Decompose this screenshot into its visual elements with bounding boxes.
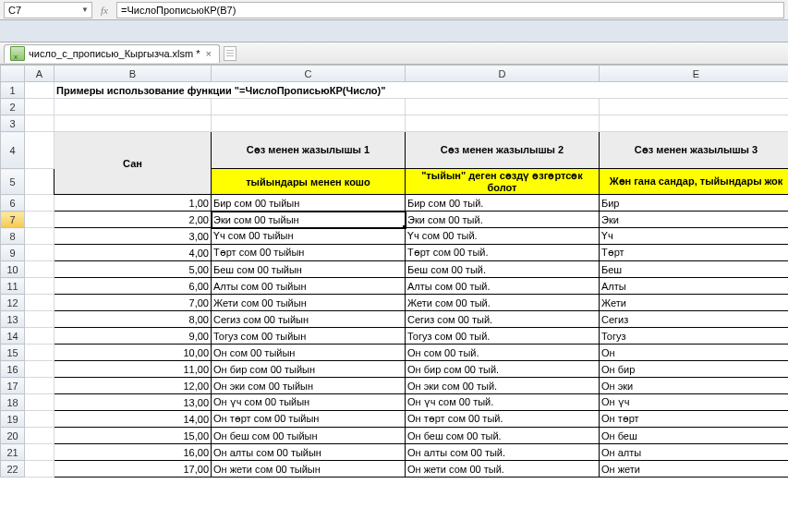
cell[interactable] — [25, 345, 55, 361]
cell-text[interactable]: Алты сом 00 тый. — [406, 278, 600, 295]
row-header[interactable]: 18 — [1, 394, 25, 411]
cell-text[interactable]: Тогуз сом 00 тыйын — [212, 328, 406, 345]
cell[interactable] — [25, 328, 55, 345]
cell[interactable] — [55, 99, 212, 115]
cell[interactable] — [406, 115, 600, 132]
formula-input[interactable]: =ЧислоПрописьюКР(B7) — [116, 2, 784, 18]
cell-text[interactable]: Он сом 00 тыйын — [212, 345, 406, 361]
cell-text[interactable]: Он беш — [600, 428, 789, 444]
cell-text[interactable]: Жети сом 00 тый. — [406, 295, 600, 311]
cell-text[interactable]: Үч — [600, 228, 789, 245]
cell[interactable] — [25, 295, 55, 311]
cell-text[interactable]: Он — [600, 345, 789, 361]
cell[interactable] — [25, 311, 55, 328]
cell-text[interactable]: Он үч — [600, 394, 789, 411]
cell-number[interactable]: 2,00 — [55, 212, 212, 228]
cell-text[interactable]: Бир сом 00 тыйын — [212, 195, 406, 212]
cell-text[interactable]: Үч сом 00 тыйын — [212, 228, 406, 245]
cell-number[interactable]: 3,00 — [55, 228, 212, 245]
cell-number[interactable]: 12,00 — [55, 378, 212, 394]
cell[interactable] — [25, 115, 55, 132]
row-header[interactable]: 15 — [1, 345, 25, 361]
cell-text[interactable]: Он үч сом 00 тый. — [406, 394, 600, 411]
cell[interactable] — [600, 115, 789, 132]
cell-number[interactable]: 13,00 — [55, 394, 212, 411]
cell[interactable] — [212, 115, 406, 132]
cell-text[interactable]: Эки сом 00 тыйын — [212, 212, 406, 228]
cell-text[interactable]: Бир сом 00 тый. — [406, 195, 600, 212]
row-header[interactable]: 14 — [1, 328, 25, 345]
cell-text[interactable]: Тогуз сом 00 тый. — [406, 328, 600, 345]
cell-text[interactable]: Беш сом 00 тый. — [406, 261, 600, 278]
cell[interactable] — [25, 212, 55, 228]
cell[interactable] — [25, 245, 55, 261]
cell[interactable] — [25, 361, 55, 378]
row-header[interactable]: 4 — [1, 132, 25, 169]
row-header[interactable]: 20 — [1, 428, 25, 444]
cell-text[interactable]: Он алты сом 00 тый. — [406, 444, 600, 461]
cell[interactable] — [212, 99, 406, 115]
row-header[interactable]: 13 — [1, 311, 25, 328]
cell-text[interactable]: Он жети — [600, 461, 789, 478]
cell-text[interactable]: Он төрт — [600, 411, 789, 428]
col-header-D[interactable]: D — [406, 66, 600, 82]
cell[interactable] — [600, 99, 789, 115]
cell-text[interactable]: Он бир сом 00 тыйын — [212, 361, 406, 378]
table-header-san[interactable]: Сан — [55, 132, 212, 195]
cell-number[interactable]: 8,00 — [55, 311, 212, 328]
cell-number[interactable]: 14,00 — [55, 411, 212, 428]
cell[interactable] — [25, 461, 55, 478]
row-header[interactable]: 3 — [1, 115, 25, 132]
cell-text[interactable]: Тогуз — [600, 328, 789, 345]
cell-text[interactable]: Бир — [600, 195, 789, 212]
cell-number[interactable]: 5,00 — [55, 261, 212, 278]
cell-number[interactable]: 7,00 — [55, 295, 212, 311]
row-header[interactable]: 16 — [1, 361, 25, 378]
cell-text[interactable]: Төрт — [600, 245, 789, 261]
cell[interactable] — [55, 115, 212, 132]
title-cell[interactable]: Примеры использование функции "=ЧислоПро… — [55, 82, 789, 99]
cell-text[interactable]: Он алты — [600, 444, 789, 461]
cell-text[interactable]: Беш сом 00 тыйын — [212, 261, 406, 278]
table-subheader-e[interactable]: Жөн гана сандар, тыйындары жок — [600, 169, 789, 195]
cell-text[interactable]: Эки сом 00 тый. — [406, 212, 600, 228]
cell-number[interactable]: 9,00 — [55, 328, 212, 345]
cell-text[interactable]: Төрт сом 00 тый. — [406, 245, 600, 261]
cell-text[interactable]: Сегиз сом 00 тый. — [406, 311, 600, 328]
cell[interactable] — [25, 169, 55, 195]
row-header[interactable]: 12 — [1, 295, 25, 311]
cell-number[interactable]: 11,00 — [55, 361, 212, 378]
cell-text[interactable]: Он эки — [600, 378, 789, 394]
cell[interactable] — [25, 394, 55, 411]
cell[interactable] — [25, 99, 55, 115]
cell-number[interactable]: 17,00 — [55, 461, 212, 478]
cell-text[interactable]: Он алты сом 00 тыйын — [212, 444, 406, 461]
cell-text[interactable]: Он жети сом 00 тый. — [406, 461, 600, 478]
row-header[interactable]: 21 — [1, 444, 25, 461]
table-header-c[interactable]: Сөз менен жазылышы 1 — [212, 132, 406, 169]
select-all-corner[interactable] — [1, 66, 25, 82]
cell[interactable] — [25, 195, 55, 212]
new-document-icon[interactable] — [224, 46, 236, 61]
file-tab[interactable]: число_с_прописью_Кыргызча.xlsm * × — [4, 44, 220, 63]
row-header[interactable]: 9 — [1, 245, 25, 261]
row-header[interactable]: 2 — [1, 99, 25, 115]
cell[interactable] — [25, 278, 55, 295]
cell-text[interactable]: Сегиз — [600, 311, 789, 328]
cell-number[interactable]: 15,00 — [55, 428, 212, 444]
cell[interactable] — [25, 428, 55, 444]
cell-text[interactable]: Үч сом 00 тый. — [406, 228, 600, 245]
cell-text[interactable]: Алты сом 00 тыйын — [212, 278, 406, 295]
cell-text[interactable]: Беш — [600, 261, 789, 278]
cell-text[interactable]: Он беш сом 00 тый. — [406, 428, 600, 444]
cell[interactable] — [25, 411, 55, 428]
row-header[interactable]: 10 — [1, 261, 25, 278]
cell-text[interactable]: Алты — [600, 278, 789, 295]
cell-number[interactable]: 1,00 — [55, 195, 212, 212]
col-header-E[interactable]: E — [600, 66, 789, 82]
cell[interactable] — [25, 132, 55, 169]
name-box[interactable]: C7 ▼ — [4, 2, 92, 18]
cell-text[interactable]: Он эки сом 00 тыйын — [212, 378, 406, 394]
col-header-B[interactable]: B — [55, 66, 212, 82]
cell-text[interactable]: Жети сом 00 тыйын — [212, 295, 406, 311]
